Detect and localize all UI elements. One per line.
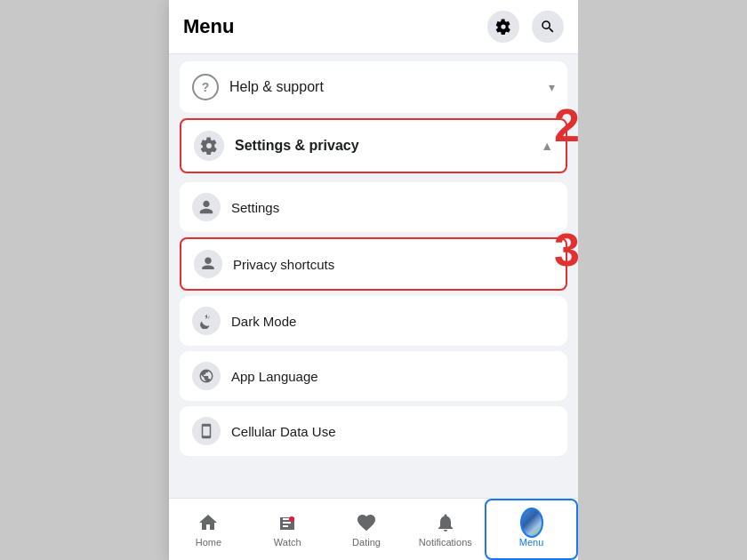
- nav-notifications[interactable]: Notifications: [406, 499, 485, 560]
- person-shield-icon: [200, 256, 216, 272]
- moon-icon: [198, 313, 214, 329]
- watch-label: Watch: [274, 537, 301, 548]
- help-support-row[interactable]: ? Help & support ▾: [180, 61, 567, 113]
- settings-privacy-header[interactable]: Settings & privacy ▲: [180, 118, 567, 173]
- privacy-shortcuts-icon: [194, 250, 222, 278]
- app-language-label: App Language: [231, 369, 555, 384]
- home-icon: [197, 512, 219, 533]
- header-icons: [487, 11, 564, 43]
- home-nav-icon: [197, 511, 220, 534]
- nav-dating[interactable]: Dating: [327, 499, 406, 560]
- privacy-shortcuts-row[interactable]: Privacy shortcuts: [180, 237, 567, 291]
- settings-privacy-chevron-icon: ▲: [541, 139, 553, 153]
- menu-title: Menu: [183, 15, 234, 38]
- settings-privacy-icon: [194, 131, 224, 161]
- notifications-label: Notifications: [419, 537, 472, 548]
- settings-label: Settings: [231, 200, 555, 215]
- menu-nav-icon: [520, 511, 543, 534]
- heart-icon: [356, 512, 377, 533]
- menu-nav-label: Menu: [519, 537, 544, 548]
- settings-row-icon: [192, 193, 221, 221]
- search-button[interactable]: [532, 11, 564, 43]
- watch-nav-icon: [276, 511, 299, 534]
- nav-home[interactable]: Home: [169, 499, 248, 560]
- help-support-label: Help & support: [229, 79, 538, 95]
- bottom-nav: Home Watch Dating: [169, 498, 578, 560]
- settings-button[interactable]: [487, 11, 519, 43]
- person-icon: [198, 199, 214, 215]
- watch-icon: [277, 512, 298, 533]
- header: Menu: [169, 0, 578, 54]
- app-language-row[interactable]: App Language: [180, 351, 567, 401]
- help-chevron-icon: ▾: [549, 80, 555, 94]
- dark-mode-row[interactable]: Dark Mode: [180, 296, 567, 346]
- app-language-icon: [192, 362, 221, 390]
- privacy-shortcuts-label: Privacy shortcuts: [233, 257, 553, 272]
- menu-avatar: [520, 508, 543, 538]
- svg-point-0: [289, 516, 294, 522]
- sub-items-list: Settings Privacy shortcuts: [180, 182, 567, 458]
- nav-watch[interactable]: Watch: [248, 499, 327, 560]
- dark-mode-label: Dark Mode: [231, 314, 555, 329]
- bell-icon: [435, 512, 456, 533]
- dark-mode-icon: [192, 307, 221, 335]
- cellular-data-label: Cellular Data Use: [231, 424, 555, 439]
- settings-row[interactable]: Settings: [180, 182, 567, 232]
- globe-icon: [198, 368, 214, 384]
- menu-content: ? Help & support ▾ Settings & privacy ▲: [169, 54, 578, 498]
- cellular-data-icon: [192, 417, 221, 445]
- cellular-data-row[interactable]: Cellular Data Use: [180, 406, 567, 456]
- dating-nav-icon: [355, 511, 378, 534]
- nav-menu[interactable]: Menu: [485, 499, 578, 560]
- home-label: Home: [196, 537, 221, 548]
- help-icon: ?: [192, 74, 219, 100]
- settings-privacy-label: Settings & privacy: [235, 138, 530, 154]
- dating-label: Dating: [352, 537, 381, 548]
- notifications-nav-icon: [434, 511, 457, 534]
- gear-settings-icon: [200, 137, 218, 155]
- search-icon: [540, 19, 556, 35]
- mobile-icon: [198, 423, 214, 439]
- gear-icon: [495, 19, 511, 35]
